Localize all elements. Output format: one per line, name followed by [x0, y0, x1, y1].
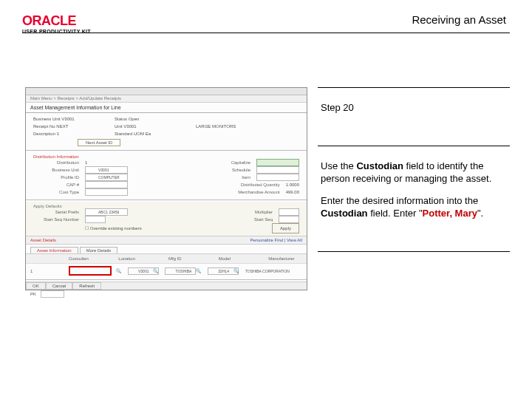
step-label: Step 20	[321, 101, 507, 115]
apply-defaults-section: Apply Defaults Serial PrefixABC1 23456Mu…	[26, 202, 307, 236]
apply-button[interactable]: Apply	[272, 223, 299, 233]
instruction-1: Use the Custodian field to identify the …	[321, 160, 507, 185]
capn-input[interactable]	[85, 181, 128, 188]
embedded-app-screenshot: Main Menu > Receipts > Add/Update Receip…	[25, 87, 307, 290]
startseq-input[interactable]	[279, 216, 299, 223]
brand-line1: ORACLE	[22, 13, 91, 29]
custodian-input-highlight[interactable]	[69, 266, 112, 276]
title-rule	[22, 33, 510, 33]
brand-logo: ORACLE USER PRODUCTIVITY KIT	[22, 13, 91, 34]
item-input[interactable]	[256, 174, 299, 181]
table-row: 1 🔍 V3001 🔍 TOSHIBA 🔍 32HL4 🔍 TOSHIBA CO…	[26, 264, 307, 278]
breadcrumb: Main Menu > Receipts > Add/Update Receip…	[26, 95, 307, 103]
refresh-button[interactable]: Refresh	[72, 282, 101, 290]
schedule-input[interactable]	[256, 166, 299, 174]
asset-tabs: Asset Information More Details	[26, 247, 307, 253]
capitalize-select[interactable]	[256, 159, 299, 166]
cancel-button[interactable]: Cancel	[46, 282, 73, 290]
tab-more-details[interactable]: More Details	[80, 247, 118, 253]
instruction-2: Enter the desired information into the C…	[321, 194, 507, 220]
app-window-title: Asset Management Information for Line	[26, 103, 307, 113]
asset-details-band: Asset Details Personalize Find | View Al…	[26, 236, 307, 245]
ok-button[interactable]: OK	[26, 282, 46, 290]
multiplier-input[interactable]	[279, 208, 299, 216]
header-fields: Business Unit V3001 Status Open Receipt …	[26, 113, 307, 149]
instruction-column: Step 20 Use the Custodian field to ident…	[318, 87, 510, 252]
app-toolbar	[26, 88, 307, 95]
app-footer: OK Cancel Refresh	[26, 282, 307, 290]
next-asset-id-button[interactable]: Next Asset ID	[78, 139, 120, 146]
startnum-input[interactable]	[85, 216, 106, 223]
distribution-section: Distribution Information Distribution1Ca…	[26, 152, 307, 198]
pk-input[interactable]	[41, 290, 64, 298]
page-title: Receiving an Asset	[412, 13, 506, 26]
tab-asset-information[interactable]: Asset Information	[30, 247, 78, 253]
costtype-input[interactable]	[85, 188, 128, 196]
